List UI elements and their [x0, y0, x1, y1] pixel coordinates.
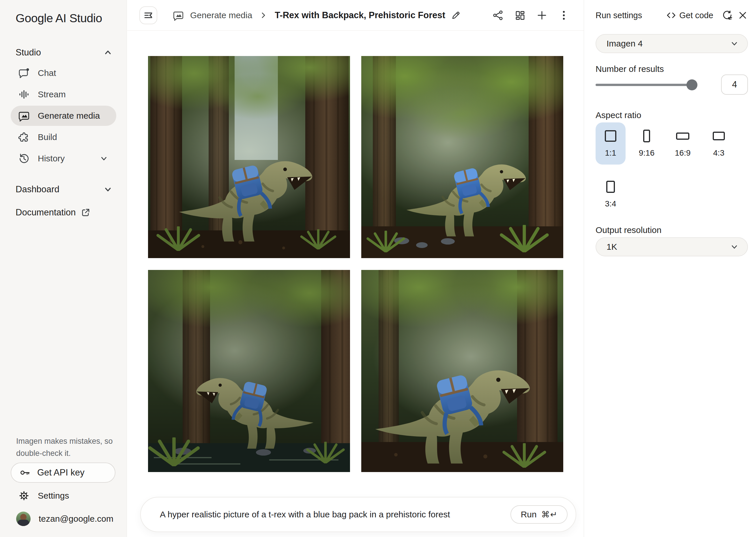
google-ai-studio-app: Google AI Studio Studio Chat Stream Gene…: [0, 0, 756, 537]
page-title: T-Rex with Backpack, Prehistoric Forest: [275, 10, 445, 21]
results-count-input[interactable]: 4: [721, 74, 748, 95]
enter-key-icon: ↵: [550, 510, 557, 519]
chevron-down-icon: [730, 39, 739, 48]
main-header: Generate media T-Rex with Backpack, Preh…: [127, 0, 584, 31]
history-icon: [18, 153, 30, 164]
chevron-down-icon: [103, 185, 113, 194]
get-code-label: Get code: [679, 11, 713, 20]
run-settings-header: Run settings Get code: [584, 0, 756, 31]
code-icon: [666, 10, 676, 21]
cmd-key-icon: ⌘: [541, 510, 550, 519]
number-of-results-label: Number of results: [595, 64, 664, 74]
aspect-3-4-icon: [606, 180, 615, 193]
reset-settings-icon[interactable]: [721, 9, 734, 21]
aspect-option-9-16[interactable]: 9:16: [632, 122, 662, 165]
share-icon[interactable]: [491, 9, 505, 22]
get-api-key-label: Get API key: [37, 468, 85, 478]
sidebar-item-stream[interactable]: Stream: [11, 84, 116, 104]
generate-media-icon: [18, 110, 30, 122]
aspect-option-label: 9:16: [639, 148, 655, 158]
chat-bubble-icon: [18, 67, 30, 79]
chevron-up-icon: [103, 48, 113, 57]
sidebar-item-generate-media[interactable]: Generate media: [11, 106, 116, 126]
studio-section-label: Studio: [16, 47, 41, 58]
apps-grid-icon[interactable]: [513, 9, 527, 22]
more-options-icon[interactable]: [557, 9, 570, 22]
sidebar-item-chat[interactable]: Chat: [11, 63, 116, 83]
get-code-button[interactable]: Get code: [666, 10, 718, 21]
aspect-option-label: 4:3: [713, 148, 725, 158]
result-image-4[interactable]: [361, 270, 563, 472]
aspect-ratio-label: Aspect ratio: [595, 110, 641, 120]
account-email: tezan@google.com: [39, 514, 113, 524]
sidebar-item-label: Chat: [38, 68, 56, 78]
chevron-down-icon: [730, 242, 739, 251]
prompt-input[interactable]: A hyper realistic picture of a t-rex wit…: [160, 510, 510, 519]
key-icon: [19, 467, 31, 478]
run-shortcut: ⌘ ↵: [541, 510, 557, 519]
result-image-3[interactable]: [148, 270, 350, 472]
sidebar-section-dashboard[interactable]: Dashboard: [0, 181, 127, 197]
sidebar: Google AI Studio Studio Chat Stream Gene…: [0, 0, 127, 537]
puzzle-icon: [18, 131, 30, 143]
result-image-1[interactable]: [148, 56, 350, 258]
settings-label: Settings: [38, 491, 69, 501]
documentation-label: Documentation: [16, 207, 76, 218]
get-api-key-button[interactable]: Get API key: [11, 463, 115, 483]
dashboard-section-label: Dashboard: [16, 184, 59, 194]
output-resolution-value: 1K: [607, 242, 617, 252]
avatar: [16, 512, 31, 526]
sidebar-item-label: History: [38, 153, 65, 163]
sidebar-item-settings[interactable]: Settings: [11, 486, 116, 506]
external-link-icon: [81, 208, 90, 217]
aspect-option-16-9[interactable]: 16:9: [668, 122, 698, 165]
aspect-option-label: 3:4: [605, 199, 616, 208]
sidebar-item-label: Build: [38, 132, 57, 142]
aspect-option-4-3[interactable]: 4:3: [704, 122, 734, 165]
waveform-icon: [18, 89, 30, 100]
aspect-option-label: 1:1: [605, 148, 616, 158]
gear-icon: [18, 490, 30, 502]
close-icon[interactable]: [737, 9, 749, 21]
results-slider-thumb[interactable]: [687, 79, 698, 90]
run-settings-panel: Run settings Get code Imagen 4 Number o: [584, 0, 756, 537]
add-icon[interactable]: [535, 9, 548, 22]
output-resolution-select[interactable]: 1K: [595, 237, 748, 256]
edit-title-icon[interactable]: [451, 10, 461, 20]
disclaimer-text: Imagen makes mistakes, so double-check i…: [16, 435, 113, 460]
run-settings-title: Run settings: [595, 11, 642, 20]
results-slider-track[interactable]: [595, 84, 692, 86]
chevron-right-icon: [260, 12, 267, 19]
chevron-down-icon: [99, 154, 108, 163]
app-logo[interactable]: Google AI Studio: [16, 12, 102, 25]
sidebar-item-label: Stream: [38, 90, 66, 99]
account-row[interactable]: tezan@google.com: [11, 509, 116, 529]
run-button[interactable]: Run ⌘ ↵: [510, 505, 568, 524]
run-button-label: Run: [521, 510, 537, 519]
aspect-option-1-1[interactable]: 1:1: [595, 122, 625, 165]
results-grid: [148, 56, 564, 472]
output-resolution-label: Output resolution: [595, 225, 662, 235]
result-image-2[interactable]: [361, 56, 563, 258]
model-select[interactable]: Imagen 4: [595, 34, 748, 53]
sidebar-item-label: Generate media: [38, 111, 100, 121]
collapse-panel-icon: [143, 10, 154, 21]
panel-actions: Get code: [666, 9, 749, 21]
sidebar-item-documentation[interactable]: Documentation: [16, 204, 117, 221]
aspect-1-1-icon: [605, 129, 616, 143]
aspect-16-9-icon: [676, 129, 689, 143]
generate-media-icon: [173, 10, 184, 21]
sidebar-item-build[interactable]: Build: [11, 127, 116, 147]
breadcrumb[interactable]: Generate media: [190, 10, 252, 20]
aspect-option-3-4[interactable]: 3:4: [595, 173, 625, 215]
aspect-9-16-icon: [643, 129, 650, 143]
main-content: Generate media T-Rex with Backpack, Preh…: [127, 0, 584, 537]
header-actions: [491, 9, 570, 22]
aspect-4-3-icon: [713, 129, 725, 143]
sidebar-item-history[interactable]: History: [11, 148, 116, 169]
model-select-value: Imagen 4: [607, 39, 643, 49]
collapse-sidebar-button[interactable]: [139, 6, 157, 24]
sidebar-section-studio[interactable]: Studio: [0, 44, 127, 61]
prompt-bar[interactable]: A hyper realistic picture of a t-rex wit…: [140, 497, 576, 532]
aspect-option-label: 16:9: [675, 148, 691, 158]
